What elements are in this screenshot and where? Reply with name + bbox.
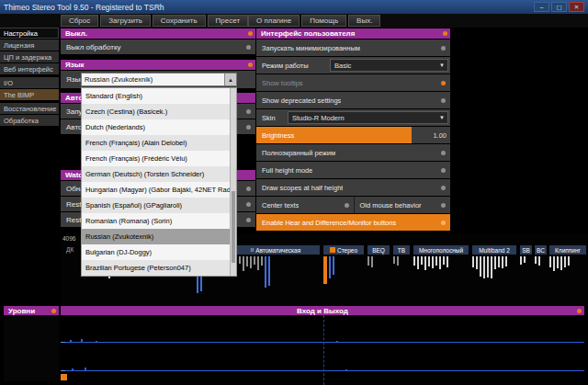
waveform-spike bbox=[345, 369, 347, 371]
meter-bar bbox=[250, 256, 252, 268]
section-title-language: Язык bbox=[65, 61, 85, 69]
orange-indicator-icon bbox=[330, 247, 335, 253]
setting-label: Enable Hear and Difference/Monitor butto… bbox=[256, 219, 396, 227]
language-option[interactable]: Hungarian (Magyar) (Gábor Bajáki, 42NET … bbox=[82, 182, 236, 198]
setting-row[interactable]: Show deprecated settings bbox=[256, 92, 450, 108]
meter-bar bbox=[498, 256, 500, 267]
toggle-indicator[interactable] bbox=[441, 151, 446, 155]
setting-row[interactable]: Полноэкранный режим bbox=[256, 144, 450, 161]
setting-half[interactable]: Old mouse behavior bbox=[354, 197, 451, 213]
scrollbar-thumb[interactable] bbox=[232, 191, 235, 263]
chevron-down-icon[interactable]: ▼ bbox=[436, 115, 447, 120]
toggle-indicator[interactable] bbox=[246, 109, 251, 114]
titlebar: Thimeo Stereo Tool 9.50 - Registered to … bbox=[0, 0, 588, 14]
toolbar-button[interactable]: Сохранить bbox=[153, 15, 206, 27]
maximize-button[interactable]: ▢ bbox=[551, 2, 567, 12]
toolbar-button[interactable]: Загрузить bbox=[100, 15, 151, 27]
sidebar-item[interactable]: Веб интерфейс bbox=[0, 63, 59, 74]
band-header-clipping: Клиппинг bbox=[549, 245, 586, 255]
sidebar-item[interactable]: The BIMP bbox=[0, 89, 59, 100]
language-combobox[interactable]: Russian (Zvukotexnik) ▲ bbox=[81, 73, 237, 86]
language-option[interactable]: Romanian (Romana) (Sorin) bbox=[82, 213, 236, 229]
toggle-indicator[interactable] bbox=[441, 203, 446, 208]
band-meters-auto bbox=[232, 256, 272, 288]
section-header-language: Язык bbox=[61, 60, 255, 70]
band-header-tv: ТВ bbox=[393, 245, 410, 255]
toggle-indicator[interactable] bbox=[246, 187, 251, 191]
band-meters-stereo bbox=[323, 256, 336, 284]
toggle-indicator[interactable] bbox=[246, 125, 251, 130]
language-row: Язык Russian (Zvukotexnik) ▲ bbox=[61, 71, 255, 88]
toggle-indicator[interactable] bbox=[441, 168, 446, 173]
toggle-indicator[interactable] bbox=[441, 221, 446, 225]
setting-label: Show deprecated settings bbox=[256, 96, 341, 105]
setting-row[interactable]: Запускать минимизированным bbox=[256, 40, 450, 56]
setting-row[interactable]: Full height mode bbox=[256, 162, 450, 178]
meter-bar bbox=[333, 256, 334, 275]
sidebar-item[interactable]: ЦП и задержка bbox=[0, 51, 59, 62]
slider-fill[interactable]: Brightness bbox=[256, 127, 412, 143]
close-button[interactable]: ✕ bbox=[569, 2, 584, 12]
waveform-spike bbox=[81, 339, 83, 343]
setting-label: Режим работы bbox=[256, 62, 309, 70]
toggle-indicator[interactable] bbox=[246, 218, 251, 222]
bypass-processing-row[interactable]: Выкл обработку bbox=[61, 40, 255, 54]
meter-bar bbox=[553, 256, 555, 271]
toggle-indicator[interactable] bbox=[441, 98, 446, 103]
setting-row[interactable]: Brightness1.00 bbox=[256, 127, 450, 143]
band-header-auto: IIАвтоматическая bbox=[232, 245, 320, 255]
minimize-button[interactable]: – bbox=[534, 2, 549, 12]
meter-bar bbox=[505, 256, 507, 266]
meter-bar bbox=[447, 256, 448, 267]
toolbar: СбросЗагрузитьСохранитьПресет О плагинеП… bbox=[0, 14, 588, 28]
toolbar-button[interactable]: О плагине bbox=[248, 15, 300, 27]
sidebar-item[interactable]: Обработка bbox=[0, 115, 59, 126]
setting-label: Brightness bbox=[256, 131, 294, 140]
language-option[interactable]: Spanish (Español) (GPagliaroli) bbox=[82, 198, 236, 213]
scroll-indicator[interactable] bbox=[61, 374, 67, 380]
toolbar-button[interactable]: Помощь bbox=[301, 15, 346, 27]
header-indicator-icon bbox=[443, 31, 447, 36]
sidebar-item[interactable]: I/O bbox=[0, 77, 59, 88]
toolbar-button[interactable]: Сброс bbox=[61, 15, 98, 27]
toolbar-button[interactable]: Пресет bbox=[208, 15, 249, 27]
waveform-line bbox=[61, 342, 584, 343]
language-option[interactable]: Brazilian Portugese (Peterson047) bbox=[82, 260, 236, 276]
setting-row[interactable]: Enable Hear and Difference/Monitor butto… bbox=[256, 214, 450, 231]
dropdown-scrollbar[interactable] bbox=[230, 88, 236, 276]
setting-label: Draw scopes at half height bbox=[256, 184, 343, 192]
meter-bar bbox=[502, 256, 503, 268]
language-option[interactable]: Standard (English) bbox=[82, 88, 236, 104]
language-option[interactable]: French (Français) (Frédéric Vélu) bbox=[82, 151, 236, 166]
chevron-up-icon[interactable]: ▲ bbox=[224, 74, 236, 85]
toggle-indicator[interactable] bbox=[441, 46, 446, 51]
language-option[interactable]: German (Deutsch) (Torsten Schneider) bbox=[82, 166, 236, 182]
toggle-indicator[interactable] bbox=[246, 45, 251, 50]
band-meters-multiband2 bbox=[472, 256, 509, 278]
language-option[interactable]: Russian (Zvukotexnik) bbox=[82, 229, 236, 244]
setting-row[interactable]: Show tooltips bbox=[256, 74, 450, 91]
toolbar-right-group: О плагинеПомощьВых. bbox=[248, 15, 382, 27]
toggle-indicator[interactable] bbox=[246, 202, 251, 207]
language-option[interactable]: French (Français) (Alain Delobel) bbox=[82, 135, 236, 151]
toggle-indicator[interactable] bbox=[345, 203, 349, 208]
setting-select[interactable]: Basic▼ bbox=[330, 59, 448, 72]
setting-row[interactable]: Режим работыBasic▼ bbox=[256, 57, 450, 74]
language-option[interactable]: Czech (Cestina) (Basicek.) bbox=[82, 104, 236, 119]
sidebar-item[interactable]: Лицензия bbox=[0, 40, 59, 51]
toggle-indicator[interactable] bbox=[441, 186, 446, 190]
toggle-indicator[interactable] bbox=[441, 81, 446, 85]
setting-label: Skin bbox=[256, 114, 276, 122]
setting-row[interactable]: SkinStudio-R Modern▼ bbox=[256, 109, 450, 126]
language-option[interactable]: Bulgarian (DJ-Doggy) bbox=[82, 244, 236, 260]
setting-select[interactable]: Studio-R Modern▼ bbox=[288, 111, 448, 124]
section-title-input-output: Вход и Выход bbox=[297, 307, 348, 315]
toolbar-button[interactable]: Вых. bbox=[348, 15, 380, 27]
language-option[interactable]: Dutch (Nederlands) bbox=[82, 119, 236, 135]
sidebar-item[interactable]: Восстановление bbox=[0, 103, 59, 114]
setting-half[interactable]: Center texts bbox=[256, 197, 354, 213]
chevron-down-icon[interactable]: ▼ bbox=[436, 62, 447, 68]
sidebar-item[interactable]: Настройка bbox=[0, 28, 59, 39]
setting-row[interactable]: Center textsOld mouse behavior bbox=[256, 197, 450, 213]
setting-row[interactable]: Draw scopes at half height bbox=[256, 179, 450, 196]
